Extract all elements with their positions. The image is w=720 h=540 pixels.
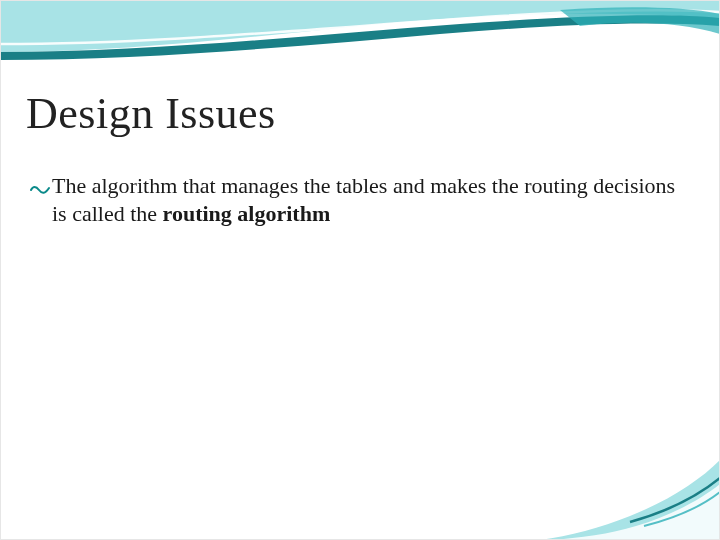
bullet-bold-term: routing algorithm xyxy=(163,201,331,226)
top-wave-decoration xyxy=(0,0,720,80)
slide-title: Design Issues xyxy=(26,88,276,139)
bottom-right-wave-decoration xyxy=(540,420,720,540)
slide: Design Issues The algorithm that manages… xyxy=(0,0,720,540)
bullet-text: The algorithm that manages the tables an… xyxy=(52,172,680,227)
wave-bullet-icon xyxy=(30,174,52,202)
slide-body: The algorithm that manages the tables an… xyxy=(30,172,680,227)
bullet-item: The algorithm that manages the tables an… xyxy=(30,172,680,227)
slide-border xyxy=(0,0,720,540)
bullet-text-prefix: The algorithm that manages the tables an… xyxy=(52,173,675,226)
